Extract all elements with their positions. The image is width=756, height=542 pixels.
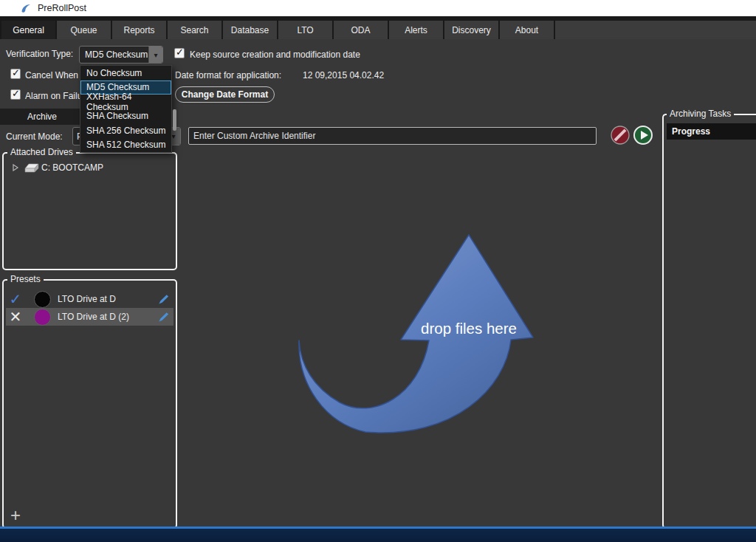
preset-label: LTO Drive at D (2) [58,312,158,322]
general-tab-content: Verification Type: MD5 Checksum ▾ ✓ Keep… [0,39,756,526]
checkmark-icon: ✓ [12,67,20,78]
attached-drives-panel: Attached Drives C: BOOTCAMP [2,152,177,270]
cancel-task-icon[interactable] [610,125,630,145]
presets-panel: Presets ✓ LTO Drive at D ✕ LTO Drive at … [2,279,177,529]
archive-identifier-input[interactable] [188,127,597,145]
tab-bar: General Queue Reports Search Database LT… [0,16,756,39]
app-title: PreRollPost [38,3,86,13]
preset-color-swatch [34,291,51,308]
cancel-when-failed-checkbox[interactable]: ✓ [10,69,21,79]
edit-pencil-icon[interactable] [158,294,169,305]
dropdown-item-xxhash64-checksum[interactable]: XXHash-64 Checksum [80,95,171,109]
tab-oda[interactable]: ODA [334,21,388,39]
title-bar: PreRollPost [0,0,756,16]
archiving-tasks-title: Archiving Tasks [667,109,734,119]
checkmark-icon: ✓ [176,47,184,58]
tab-search[interactable]: Search [168,21,221,39]
tab-general[interactable]: General [1,21,55,39]
dropdown-scrollbar[interactable] [173,109,176,131]
tab-lto[interactable]: LTO [278,21,332,39]
chevron-right-icon[interactable] [12,164,19,171]
archiving-tasks-panel: Archiving Tasks Progress [662,114,756,529]
preset-color-swatch [34,309,51,326]
dropdown-item-no-checksum[interactable]: No Checksum [80,66,171,80]
alarm-on-failure-checkbox[interactable]: ✓ [10,89,21,100]
tab-reports[interactable]: Reports [112,21,166,39]
preset-row[interactable]: ✓ LTO Drive at D [6,290,173,308]
preset-label: LTO Drive at D [58,294,158,304]
keep-source-label[interactable]: Keep source creation and modification da… [190,49,360,60]
presets-title: Presets [7,274,44,284]
check-icon: ✓ [6,290,25,308]
checksum-dropdown-popup: No Checksum MD5 Checksum XXHash-64 Check… [80,65,172,153]
attached-drives-title: Attached Drives [7,147,76,157]
edit-pencil-icon[interactable] [158,312,169,323]
date-format-label: Date format for application: [175,70,281,80]
progress-column-header: Progress [667,123,756,140]
add-preset-button[interactable]: + [10,508,21,523]
tab-discovery[interactable]: Discovery [444,21,498,39]
change-date-format-button[interactable]: Change Date Format [175,86,275,103]
tab-alerts[interactable]: Alerts [389,21,443,39]
app-logo-icon [20,2,32,14]
dropdown-item-sha512-checksum[interactable]: SHA 512 Checksum [80,138,171,153]
drive-label: C: BOOTCAMP [41,162,103,173]
x-icon: ✕ [6,308,25,326]
preset-row[interactable]: ✕ LTO Drive at D (2) [6,308,173,326]
hard-drive-icon [23,162,40,174]
start-task-icon[interactable] [633,125,653,145]
tab-about[interactable]: About [500,21,554,39]
tab-queue[interactable]: Queue [57,21,111,39]
keep-source-checkbox[interactable]: ✓ [174,48,185,58]
bottom-edge [0,526,756,542]
tab-bar-filler [555,21,756,39]
checkmark-icon: ✓ [12,88,20,99]
dropdown-item-sha256-checksum[interactable]: SHA 256 Checksum [80,123,171,138]
taskbar-strip [0,529,756,542]
drop-files-label: drop files here [421,320,517,337]
current-mode-label: Current Mode: [6,131,63,142]
chevron-down-icon[interactable]: ▾ [148,47,162,63]
date-format-value: 12 09,2015 04.02.42 [303,70,384,80]
archive-subtab[interactable]: Archive [0,109,84,125]
drive-tree-item[interactable]: C: BOOTCAMP [8,159,171,176]
verification-type-label: Verification Type: [6,49,73,59]
verification-type-combobox[interactable]: MD5 Checksum ▾ [79,46,163,64]
tab-database[interactable]: Database [223,21,277,39]
verification-type-value: MD5 Checksum [80,49,148,60]
drop-files-area[interactable]: drop files here [284,225,550,447]
app-window: PreRollPost General Queue Reports Search… [0,0,756,542]
